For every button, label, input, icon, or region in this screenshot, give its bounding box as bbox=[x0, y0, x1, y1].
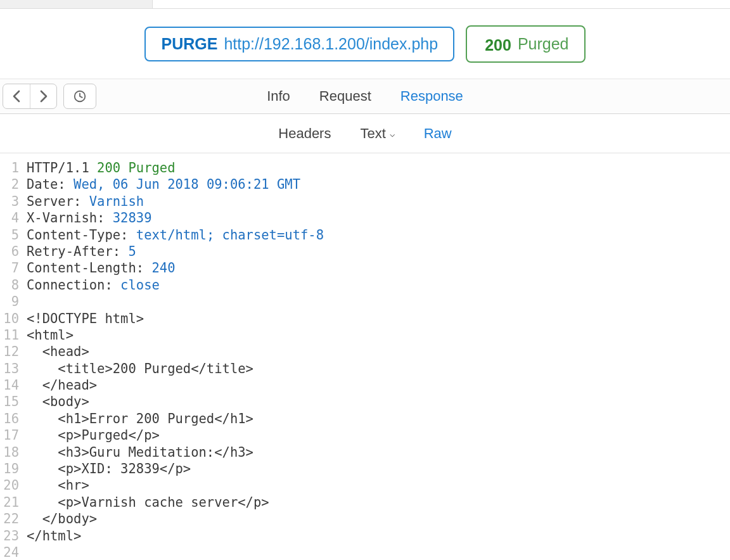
code-line: <html> bbox=[27, 327, 324, 343]
code-line: Date: Wed, 06 Jun 2018 09:06:21 GMT bbox=[27, 176, 324, 193]
http-method: PURGE bbox=[161, 35, 217, 53]
line-number: 4 bbox=[0, 210, 19, 226]
code-line: </html> bbox=[27, 528, 324, 544]
request-summary-bar: PURGE http://192.168.1.200/index.php 200… bbox=[0, 9, 730, 79]
subtab-raw[interactable]: Raw bbox=[424, 125, 452, 142]
line-number: 7 bbox=[0, 260, 19, 276]
code-line: <p>Varnish cache server</p> bbox=[27, 494, 324, 511]
code-line: Content-Type: text/html; charset=utf-8 bbox=[27, 227, 324, 243]
subtab-text-label: Text bbox=[360, 125, 385, 141]
history-icon bbox=[73, 89, 87, 103]
line-number: 21 bbox=[0, 494, 19, 511]
code-line: Content-Length: 240 bbox=[27, 260, 324, 276]
code-line: <!DOCTYPE html> bbox=[27, 310, 324, 327]
subtab-text[interactable]: Text ⌵ bbox=[360, 125, 394, 142]
code-line: <h1>Error 200 Purged</h1> bbox=[27, 410, 324, 427]
code-line: </head> bbox=[27, 377, 324, 393]
code-line bbox=[27, 544, 324, 560]
line-number: 8 bbox=[0, 277, 19, 293]
main-tabs: Info Request Response bbox=[267, 88, 463, 105]
line-number: 9 bbox=[0, 293, 19, 310]
code-line: Server: Varnish bbox=[27, 193, 324, 210]
line-number: 2 bbox=[0, 176, 19, 193]
line-number: 6 bbox=[0, 243, 19, 260]
line-number: 23 bbox=[0, 528, 19, 544]
line-number: 16 bbox=[0, 410, 19, 427]
tab-request[interactable]: Request bbox=[319, 88, 371, 105]
line-number: 1 bbox=[0, 160, 19, 176]
code-line: <p>Purged</p> bbox=[27, 427, 324, 443]
code-line: <head> bbox=[27, 343, 324, 360]
chevron-down-icon: ⌵ bbox=[387, 129, 395, 139]
line-number: 14 bbox=[0, 377, 19, 393]
line-number: 11 bbox=[0, 327, 19, 343]
line-number: 3 bbox=[0, 193, 19, 210]
sub-tab-bar: Headers Text ⌵ Raw bbox=[0, 114, 730, 153]
code-line bbox=[27, 293, 324, 310]
status-pill: 200 Purged bbox=[466, 25, 585, 63]
line-number: 20 bbox=[0, 477, 19, 493]
line-number: 15 bbox=[0, 393, 19, 410]
forward-button[interactable] bbox=[30, 84, 56, 108]
history-button[interactable] bbox=[63, 84, 96, 109]
request-url: http://192.168.1.200/index.php bbox=[224, 35, 438, 53]
code-line: <hr> bbox=[27, 477, 324, 493]
subtab-headers[interactable]: Headers bbox=[278, 125, 331, 142]
chevron-left-icon bbox=[12, 90, 21, 103]
code-line: Retry-After: 5 bbox=[27, 243, 324, 260]
code-line: X-Varnish: 32839 bbox=[27, 210, 324, 226]
response-raw-viewer[interactable]: 123456789101112131415161718192021222324 … bbox=[0, 153, 730, 560]
window-chrome-strip bbox=[0, 0, 730, 9]
line-number-gutter: 123456789101112131415161718192021222324 bbox=[0, 157, 24, 560]
request-pill[interactable]: PURGE http://192.168.1.200/index.php bbox=[144, 27, 454, 61]
line-number: 5 bbox=[0, 227, 19, 243]
sub-tabs: Headers Text ⌵ Raw bbox=[278, 125, 451, 142]
code-line: </body> bbox=[27, 511, 324, 527]
status-code: 200 bbox=[482, 34, 511, 54]
back-button[interactable] bbox=[3, 84, 30, 108]
code-line: Connection: close bbox=[27, 277, 324, 293]
code-line: <p>XID: 32839</p> bbox=[27, 461, 324, 477]
status-text: Purged bbox=[518, 35, 569, 53]
line-number: 19 bbox=[0, 461, 19, 477]
line-number: 22 bbox=[0, 511, 19, 527]
code-content: HTTP/1.1 200 PurgedDate: Wed, 06 Jun 201… bbox=[24, 157, 324, 560]
line-number: 17 bbox=[0, 427, 19, 443]
line-number: 12 bbox=[0, 343, 19, 360]
history-nav-segment bbox=[3, 84, 57, 109]
tab-info[interactable]: Info bbox=[267, 88, 290, 105]
nav-bar: Info Request Response bbox=[0, 79, 730, 114]
code-line: <title>200 Purged</title> bbox=[27, 360, 324, 377]
chevron-right-icon bbox=[39, 90, 48, 103]
code-line: <body> bbox=[27, 393, 324, 410]
line-number: 24 bbox=[0, 544, 19, 560]
code-line: <h3>Guru Meditation:</h3> bbox=[27, 444, 324, 461]
tab-response[interactable]: Response bbox=[400, 88, 463, 105]
code-line: HTTP/1.1 200 Purged bbox=[27, 160, 324, 176]
line-number: 13 bbox=[0, 360, 19, 377]
line-number: 18 bbox=[0, 444, 19, 461]
line-number: 10 bbox=[0, 310, 19, 327]
